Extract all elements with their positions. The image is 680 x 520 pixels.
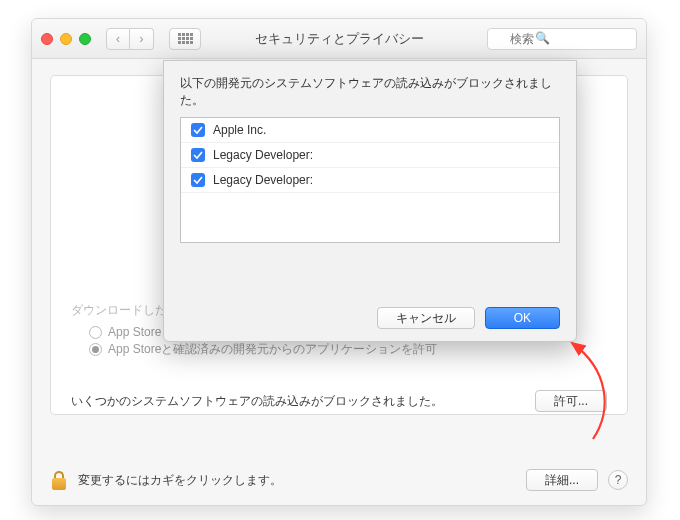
radio-icon [89,343,102,356]
forward-button[interactable]: › [130,28,154,50]
sheet-buttons: キャンセル OK [377,307,560,329]
search-icon: 🔍 [535,31,550,45]
radio-identified-label: App Storeと確認済みの開発元からのアプリケーションを許可 [108,341,437,358]
list-item-label: Legacy Developer: [213,173,313,187]
blocked-software-text: いくつかのシステムソフトウェアの読み込みがブロックされました。 [71,393,523,410]
checkbox-checked-icon[interactable] [191,148,205,162]
lock-text: 変更するにはカギをクリックします。 [78,472,516,489]
ok-button[interactable]: OK [485,307,560,329]
minimize-window-button[interactable] [60,33,72,45]
list-item[interactable]: Legacy Developer: [181,168,559,193]
list-item[interactable]: Legacy Developer: [181,143,559,168]
advanced-button[interactable]: 詳細... [526,469,598,491]
list-item[interactable]: Apple Inc. [181,118,559,143]
checkbox-checked-icon[interactable] [191,173,205,187]
radio-identified[interactable]: App Storeと確認済みの開発元からのアプリケーションを許可 [89,341,607,358]
preferences-window: ‹ › セキュリティとプライバシー 🔍 ダウンロードしたアプリケーションの実行許… [31,18,647,506]
help-button[interactable]: ? [608,470,628,490]
zoom-window-button[interactable] [79,33,91,45]
lock-icon[interactable] [50,469,68,491]
search-input[interactable] [487,28,637,50]
allow-button[interactable]: 許可... [535,390,607,412]
list-item[interactable] [181,193,559,217]
cancel-button[interactable]: キャンセル [377,307,475,329]
window-footer: 変更するにはカギをクリックします。 詳細... ? [50,469,628,491]
back-button[interactable]: ‹ [106,28,130,50]
traffic-lights [41,33,91,45]
blocked-developers-sheet: 以下の開発元のシステムソフトウェアの読み込みがブロックされました。 Apple … [163,60,577,342]
sheet-message: 以下の開発元のシステムソフトウェアの読み込みがブロックされました。 [180,75,560,109]
nav-buttons: ‹ › [106,28,154,50]
developers-listbox[interactable]: Apple Inc. Legacy Developer: Legacy Deve… [180,117,560,243]
radio-appstore-label: App Store [108,325,161,339]
blocked-software-row: いくつかのシステムソフトウェアの読み込みがブロックされました。 許可... [71,390,607,412]
close-window-button[interactable] [41,33,53,45]
radio-icon [89,326,102,339]
search-wrap: 🔍 [487,28,637,50]
grid-icon [178,33,193,44]
window-titlebar: ‹ › セキュリティとプライバシー 🔍 [32,19,646,59]
list-item-label: Apple Inc. [213,123,266,137]
checkbox-checked-icon[interactable] [191,123,205,137]
list-item-label: Legacy Developer: [213,148,313,162]
show-all-button[interactable] [169,28,201,50]
